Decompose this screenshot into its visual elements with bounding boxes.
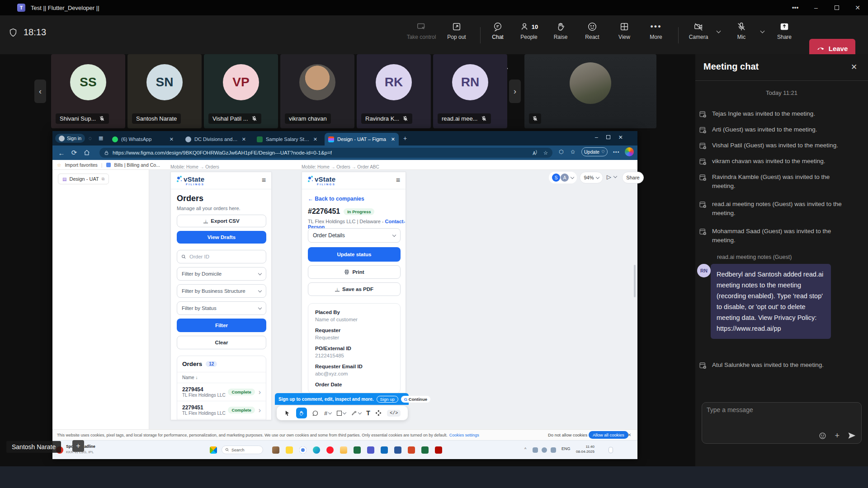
shared-teams-icon[interactable] xyxy=(367,446,374,454)
figma-frame-order-detail[interactable]: vState FILINGS ≡ ← Back to companies #22… xyxy=(302,172,406,393)
attach-plus-icon[interactable]: + xyxy=(835,432,840,439)
share-button[interactable]: Share xyxy=(769,22,800,40)
participant-tile[interactable]: SS Shivani Sup... xyxy=(51,54,125,128)
titlebar-more-icon[interactable]: ••• xyxy=(785,0,806,15)
view-button[interactable]: View xyxy=(609,22,640,40)
back-link[interactable]: ← Back to companies xyxy=(308,196,364,202)
new-tab-icon[interactable]: + xyxy=(403,135,407,142)
back-icon[interactable]: ← xyxy=(55,149,68,157)
print-button[interactable]: Print xyxy=(308,265,401,279)
browser-menu-icon[interactable]: ••• xyxy=(613,149,620,155)
mic-button[interactable]: Mic xyxy=(726,22,757,40)
chat-close-icon[interactable]: ✕ xyxy=(851,62,857,72)
pop-out-button[interactable]: Pop out xyxy=(441,22,472,40)
text-tool-icon[interactable]: T xyxy=(366,409,370,417)
canvas-scrollbar[interactable] xyxy=(634,265,636,297)
refresh-icon[interactable]: ⟳ xyxy=(68,149,80,157)
clear-button[interactable]: Clear xyxy=(177,336,266,349)
participants-scroll-right[interactable]: › xyxy=(509,80,521,103)
browser-tab[interactable]: Sample Salary Structure with calc✕ xyxy=(253,133,321,145)
shared-app-icon[interactable] xyxy=(286,446,293,454)
figma-present-button[interactable]: ▷ xyxy=(607,174,617,180)
annotation-plus-button[interactable]: + xyxy=(72,440,84,452)
shared-volume-icon[interactable] xyxy=(551,447,556,453)
address-bar[interactable]: https://www.figma.com/design/9BKQ0FOHRWa… xyxy=(99,148,552,158)
deny-cookies-button[interactable]: Do not allow cookies xyxy=(548,432,587,437)
order-details-dropdown[interactable]: Order Details xyxy=(308,228,401,243)
tab-close-icon[interactable]: ✕ xyxy=(313,136,317,142)
participant-tile[interactable]: VP Vishal Patil ... xyxy=(204,54,278,128)
frame-breadcrumb[interactable]: Mobile: Home → Orders → Order ABC xyxy=(302,164,379,169)
save-pdf-button[interactable]: ↓ Save as PDF xyxy=(308,282,401,296)
allow-cookies-button[interactable]: Allow all cookies xyxy=(589,431,628,439)
hand-tool-icon-active[interactable] xyxy=(296,408,307,418)
cookie-settings-link[interactable]: Cookies settings xyxy=(449,433,479,437)
people-button[interactable]: 10 People xyxy=(513,22,545,40)
shared-word-icon[interactable] xyxy=(394,446,401,454)
shared-notifications-icon[interactable] xyxy=(609,447,613,453)
order-id-search[interactable]: Order ID xyxy=(177,250,266,263)
browser-tab[interactable]: (6) WhatsApp✕ xyxy=(108,133,177,145)
google-continue-button[interactable]: G Continue xyxy=(401,396,430,403)
shared-tray-chevron[interactable]: ^ xyxy=(524,447,526,451)
shared-start-icon[interactable] xyxy=(210,446,217,454)
participants-scroll-left[interactable]: ‹ xyxy=(34,80,46,103)
shared-excel-icon[interactable] xyxy=(354,446,361,454)
order-row[interactable]: 2279454 TL Flex Holdings LLC Complete › xyxy=(177,383,266,401)
more-button[interactable]: ••• More xyxy=(640,22,672,40)
shared-search-box[interactable]: Search xyxy=(222,446,263,454)
maximize-icon[interactable] xyxy=(826,0,847,15)
shared-powerpoint-icon[interactable] xyxy=(408,446,415,454)
copilot-icon[interactable] xyxy=(625,147,634,156)
shared-opera-icon[interactable] xyxy=(326,446,334,454)
shared-explorer-icon[interactable] xyxy=(340,446,347,454)
shared-outlook-icon[interactable] xyxy=(381,446,388,454)
participant-tile[interactable]: RN read.ai mee... xyxy=(433,54,507,128)
filter-button[interactable]: Filter xyxy=(177,319,266,332)
browser-minimize-icon[interactable]: – xyxy=(595,134,598,141)
shared-app-icon[interactable] xyxy=(272,446,279,454)
filter-status-dropdown[interactable]: Filter by Status xyxy=(177,301,266,315)
tab-close-icon[interactable]: ✕ xyxy=(242,136,246,142)
figma-collaborators[interactable]: S A xyxy=(549,172,577,183)
frame-breadcrumb[interactable]: Mobile: Home → Orders xyxy=(170,164,219,169)
favorite-star-icon[interactable]: ☆ xyxy=(543,150,548,156)
hamburger-menu-icon[interactable]: ≡ xyxy=(396,176,400,184)
shared-chrome-icon[interactable] xyxy=(299,446,307,454)
browser-close-icon[interactable]: ✕ xyxy=(618,134,623,141)
figma-canvas[interactable]: S A 94% ▷ Share Mobile: Home → Orders Mo… xyxy=(149,170,637,429)
shared-excel-icon[interactable] xyxy=(421,446,429,454)
camera-options-chevron[interactable] xyxy=(717,26,720,34)
chat-button[interactable]: Chat xyxy=(482,22,514,40)
move-tool-icon[interactable] xyxy=(284,410,291,417)
participant-tile[interactable]: vikram chavan xyxy=(280,54,354,128)
chat-message-input[interactable] xyxy=(707,406,856,426)
figma-share-button[interactable]: Share xyxy=(622,172,644,183)
figma-frame-orders[interactable]: vState FILINGS ≡ Orders Manage all your … xyxy=(170,172,272,420)
react-button[interactable]: React xyxy=(576,22,608,40)
shared-clock[interactable]: 11:4008-04-2025 xyxy=(576,444,594,454)
column-header[interactable]: Name ↓ xyxy=(177,372,266,383)
tab-close-icon[interactable]: ✕ xyxy=(391,136,395,142)
read-aloud-icon[interactable]: A) xyxy=(533,150,537,156)
browser-tab-active[interactable]: Design - UAT – Figma✕ xyxy=(325,133,399,145)
camera-button[interactable]: Camera xyxy=(683,22,714,40)
shared-acrobat-icon[interactable] xyxy=(435,446,442,454)
figma-file-tab[interactable]: ▤ Design - UAT ⧉ xyxy=(58,174,109,184)
order-row[interactable]: 2279451 TL Flex Holdings LLC Complete › xyxy=(177,401,266,419)
browser-workspaces-icon[interactable]: ◌ xyxy=(89,135,92,141)
send-icon[interactable] xyxy=(848,432,856,440)
shared-language[interactable]: ENG xyxy=(561,446,571,451)
extensions-icon[interactable]: ⬡ xyxy=(559,149,563,155)
filter-structure-dropdown[interactable]: Filter by Business Structure xyxy=(177,284,266,298)
home-icon[interactable] xyxy=(83,149,90,156)
browser-tab[interactable]: DC Divisions and Surroundings✕ xyxy=(182,133,250,145)
hamburger-menu-icon[interactable]: ≡ xyxy=(262,176,266,184)
close-icon[interactable]: ✕ xyxy=(847,0,868,15)
pen-tool[interactable] xyxy=(351,410,361,416)
shared-edge-icon[interactable] xyxy=(313,446,320,454)
browser-tab-actions-icon[interactable]: ▦ xyxy=(99,135,103,141)
shape-tool[interactable] xyxy=(337,411,346,416)
comment-tool-icon[interactable] xyxy=(312,410,319,417)
figma-zoom-control[interactable]: 94% xyxy=(580,172,603,183)
